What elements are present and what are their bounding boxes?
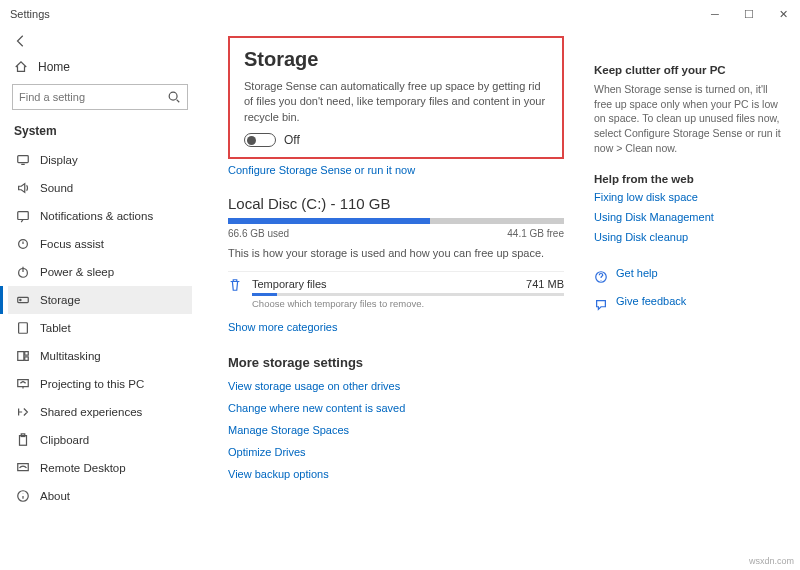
disk-free-label: 44.1 GB free — [507, 228, 564, 239]
aside-clutter-text: When Storage sense is turned on, it'll f… — [594, 82, 784, 155]
configure-storage-sense-link[interactable]: Configure Storage Sense or run it now — [228, 164, 415, 176]
link-new-content[interactable]: Change where new content is saved — [228, 402, 564, 414]
storage-sense-description: Storage Sense can automatically free up … — [244, 79, 548, 125]
sidebar-item-clipboard[interactable]: Clipboard — [8, 426, 192, 454]
temp-files-row[interactable]: Temporary files 741 MB Choose which temp… — [228, 271, 564, 309]
disk-heading: Local Disc (C:) - 110 GB — [228, 195, 564, 212]
main-content: Storage Storage Sense can automatically … — [228, 36, 564, 570]
sidebar-item-display[interactable]: Display — [8, 146, 192, 174]
disk-used-label: 66.6 GB used — [228, 228, 289, 239]
usage-description: This is how your storage is used and how… — [228, 247, 564, 259]
search-input[interactable] — [19, 91, 167, 103]
give-feedback-link[interactable]: Give feedback — [594, 295, 784, 315]
home-icon — [14, 60, 28, 74]
more-settings-heading: More storage settings — [228, 355, 564, 370]
sidebar-item-storage[interactable]: Storage — [8, 286, 192, 314]
close-button[interactable]: ✕ — [766, 0, 800, 28]
page-title: Storage — [244, 48, 548, 71]
focus-icon — [16, 237, 30, 251]
temp-files-size: 741 MB — [526, 278, 564, 290]
search-icon — [167, 90, 181, 104]
show-more-categories-link[interactable]: Show more categories — [228, 321, 564, 333]
watermark: wsxdn.com — [749, 556, 794, 566]
disk-usage-bar — [228, 218, 564, 224]
home-label: Home — [38, 60, 70, 74]
trash-icon — [228, 278, 242, 295]
search-box[interactable] — [12, 84, 188, 110]
sidebar-section-label: System — [8, 120, 192, 146]
temp-files-bar — [252, 293, 564, 296]
sidebar-item-shared[interactable]: Shared experiences — [8, 398, 192, 426]
aside-panel: Keep clutter off your PC When Storage se… — [594, 36, 784, 570]
app-title: Settings — [10, 8, 50, 20]
svg-rect-2 — [18, 212, 29, 220]
power-icon — [16, 265, 30, 279]
minimize-button[interactable]: ─ — [698, 0, 732, 28]
sidebar-item-focus[interactable]: Focus assist — [8, 230, 192, 258]
title-bar: Settings ─ ☐ ✕ — [0, 0, 800, 28]
sidebar-item-power[interactable]: Power & sleep — [8, 258, 192, 286]
maximize-button[interactable]: ☐ — [732, 0, 766, 28]
aside-heading-clutter: Keep clutter off your PC — [594, 64, 784, 76]
sidebar-home[interactable]: Home — [8, 54, 192, 84]
feedback-icon — [594, 298, 608, 312]
storage-icon — [16, 293, 30, 307]
notifications-icon — [16, 209, 30, 223]
temp-files-hint: Choose which temporary files to remove. — [252, 298, 564, 309]
sidebar-item-notifications[interactable]: Notifications & actions — [8, 202, 192, 230]
get-help-link[interactable]: Get help — [594, 267, 784, 287]
svg-rect-14 — [18, 464, 29, 471]
svg-rect-8 — [18, 352, 24, 361]
svg-point-6 — [20, 299, 21, 300]
display-icon — [16, 153, 30, 167]
help-icon — [594, 270, 608, 284]
about-icon — [16, 489, 30, 503]
aside-heading-help: Help from the web — [594, 173, 784, 185]
sidebar-item-multitasking[interactable]: Multitasking — [8, 342, 192, 370]
toggle-label: Off — [284, 133, 300, 147]
multitasking-icon — [16, 349, 30, 363]
svg-rect-1 — [18, 156, 29, 163]
link-backup-options[interactable]: View backup options — [228, 468, 564, 480]
storage-sense-box: Storage Storage Sense can automatically … — [228, 36, 564, 159]
link-optimize-drives[interactable]: Optimize Drives — [228, 446, 564, 458]
help-link-disk-mgmt[interactable]: Using Disk Management — [594, 211, 784, 223]
sidebar-item-projecting[interactable]: Projecting to this PC — [8, 370, 192, 398]
sidebar-item-about[interactable]: About — [8, 482, 192, 510]
tablet-icon — [16, 321, 30, 335]
sound-icon — [16, 181, 30, 195]
sidebar-item-tablet[interactable]: Tablet — [8, 314, 192, 342]
temp-files-label: Temporary files — [252, 278, 327, 290]
storage-sense-toggle[interactable] — [244, 133, 276, 147]
clipboard-icon — [16, 433, 30, 447]
sidebar-item-remote[interactable]: Remote Desktop — [8, 454, 192, 482]
sidebar-item-sound[interactable]: Sound — [8, 174, 192, 202]
shared-icon — [16, 405, 30, 419]
remote-icon — [16, 461, 30, 475]
link-storage-spaces[interactable]: Manage Storage Spaces — [228, 424, 564, 436]
sidebar: Home System Display Sound Notifications … — [0, 28, 200, 570]
svg-point-0 — [169, 92, 177, 100]
svg-rect-10 — [25, 357, 29, 361]
help-link-disk-cleanup[interactable]: Using Disk cleanup — [594, 231, 784, 243]
link-other-drives[interactable]: View storage usage on other drives — [228, 380, 564, 392]
back-icon[interactable] — [14, 34, 28, 48]
help-link-low-disk[interactable]: Fixing low disk space — [594, 191, 784, 203]
projecting-icon — [16, 377, 30, 391]
svg-rect-7 — [19, 323, 28, 334]
svg-rect-9 — [25, 352, 29, 356]
